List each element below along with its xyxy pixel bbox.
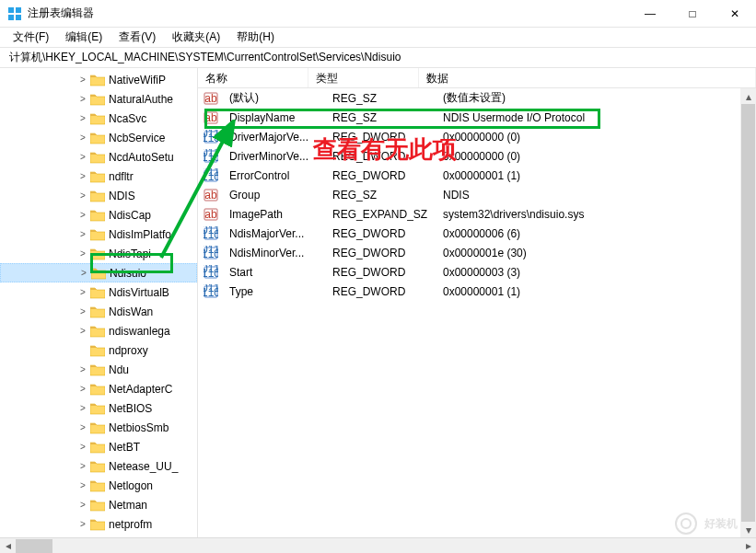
tree-item-label: NdisCap xyxy=(109,209,151,222)
tree-item[interactable]: >ndiswanlega xyxy=(0,321,197,340)
value-row[interactable]: 011110NdisMinorVer...REG_DWORD0x0000001e… xyxy=(198,243,756,262)
value-type: REG_DWORD xyxy=(325,150,436,163)
address-bar[interactable]: 计算机\HKEY_LOCAL_MACHINE\SYSTEM\CurrentCon… xyxy=(0,48,756,68)
svg-point-35 xyxy=(681,519,691,528)
svg-text:ab: ab xyxy=(204,92,217,105)
tree-item[interactable]: >NdisWan xyxy=(0,302,197,321)
expand-icon[interactable]: > xyxy=(77,190,88,201)
expand-icon[interactable]: > xyxy=(77,326,88,336)
value-name: Type xyxy=(222,285,325,298)
close-button[interactable]: ✕ xyxy=(714,0,756,28)
tree-item[interactable]: >NcdAutoSetu xyxy=(0,147,197,167)
value-row[interactable]: ab(默认)REG_SZ(数值未设置) xyxy=(198,88,756,108)
expand-icon[interactable]: > xyxy=(78,268,89,278)
menu-view[interactable]: 查看(V) xyxy=(111,28,163,47)
svg-text:110: 110 xyxy=(204,132,218,144)
menu-file[interactable]: 文件(F) xyxy=(6,28,56,47)
expand-icon[interactable]: > xyxy=(77,384,88,394)
col-header-type[interactable]: 类型 xyxy=(308,68,419,87)
tree-item[interactable]: >Netlogon xyxy=(0,476,197,495)
tree-item[interactable]: >NetbiosSmb xyxy=(0,418,197,437)
tree-item[interactable]: >NetBT xyxy=(0,437,197,456)
tree-item[interactable]: >Netman xyxy=(0,495,197,514)
menu-help[interactable]: 帮助(H) xyxy=(229,28,282,47)
maximize-button[interactable]: □ xyxy=(671,0,714,28)
tree-item[interactable]: >NativeWifiP xyxy=(0,70,197,89)
value-row[interactable]: abGroupREG_SZNDIS xyxy=(198,185,756,204)
expand-icon[interactable]: > xyxy=(77,480,88,490)
expand-icon[interactable]: > xyxy=(77,113,88,123)
svg-rect-2 xyxy=(8,15,14,20)
tree-item[interactable]: >NdisImPlatfo xyxy=(0,225,197,244)
menu-favorites[interactable]: 收藏夹(A) xyxy=(165,28,227,47)
value-row[interactable]: abDisplayNameREG_SZNDIS Usermode I/O Pro… xyxy=(198,108,756,127)
value-row[interactable]: 011110StartREG_DWORD0x00000003 (3) xyxy=(198,262,756,282)
tree-item[interactable]: ndproxy xyxy=(0,340,197,360)
string-value-icon: ab xyxy=(204,91,218,106)
tree-item[interactable]: >Ndu xyxy=(0,360,197,379)
expand-icon[interactable]: > xyxy=(77,75,88,85)
value-row[interactable]: 011110NdisMajorVer...REG_DWORD0x00000006… xyxy=(198,224,756,243)
value-data: 0x0000001e (30) xyxy=(436,247,756,259)
expand-icon[interactable]: > xyxy=(77,287,88,297)
expand-icon[interactable]: > xyxy=(77,306,88,317)
tree-item[interactable]: >NetAdapterC xyxy=(0,379,197,398)
value-row[interactable]: 011110TypeREG_DWORD0x00000001 (1) xyxy=(198,282,756,301)
expand-icon[interactable]: > xyxy=(77,519,88,529)
vertical-scrollbar[interactable]: ▴ ▾ xyxy=(740,88,756,537)
folder-icon xyxy=(90,441,105,454)
value-row[interactable]: 011110DriverMinorVe...REG_DWORD0x0000000… xyxy=(198,146,756,166)
expand-icon[interactable]: > xyxy=(77,442,88,452)
scroll-down-icon[interactable]: ▾ xyxy=(740,522,756,537)
value-row[interactable]: abImagePathREG_EXPAND_SZsystem32\drivers… xyxy=(198,204,756,224)
scroll-left-icon[interactable]: ◂ xyxy=(0,538,16,554)
value-row[interactable]: 011110ErrorControlREG_DWORD0x00000001 (1… xyxy=(198,166,756,185)
horizontal-scrollbar[interactable]: ◂ ▸ xyxy=(0,537,756,553)
tree-item-label: ndproxy xyxy=(109,344,148,357)
expand-icon[interactable]: > xyxy=(77,364,88,374)
tree-item[interactable]: >Ndisuio xyxy=(0,263,197,282)
expand-icon[interactable]: > xyxy=(77,152,88,162)
tree-item[interactable]: >NdisCap xyxy=(0,205,197,225)
col-header-data[interactable]: 数据 xyxy=(419,68,756,87)
expand-icon[interactable]: > xyxy=(77,229,88,239)
tree-item[interactable]: >NdisTapi xyxy=(0,244,197,263)
tree-item-label: netprofm xyxy=(109,518,152,531)
titlebar: 注册表编辑器 — □ ✕ xyxy=(0,0,756,28)
scroll-right-icon[interactable]: ▸ xyxy=(740,538,756,554)
folder-icon xyxy=(90,325,105,338)
expand-icon[interactable]: > xyxy=(77,461,88,471)
tree-item[interactable]: >NDIS xyxy=(0,186,197,205)
tree-item-label: NativeWifiP xyxy=(109,74,166,86)
expand-icon[interactable]: > xyxy=(77,500,88,510)
scroll-up-icon[interactable]: ▴ xyxy=(740,88,756,104)
folder-icon xyxy=(91,267,106,280)
expand-icon[interactable]: > xyxy=(77,248,88,259)
expand-icon[interactable]: > xyxy=(77,132,88,143)
splitter[interactable] xyxy=(193,68,197,537)
tree-item[interactable]: >NcbService xyxy=(0,128,197,147)
value-row[interactable]: 011110DriverMajorVe...REG_DWORD0x0000000… xyxy=(198,127,756,146)
tree-item[interactable]: >ndfltr xyxy=(0,167,197,186)
tree-item[interactable]: >netprofm xyxy=(0,514,197,534)
tree-item[interactable]: >NaturalAuthe xyxy=(0,89,197,109)
menu-edit[interactable]: 编辑(E) xyxy=(58,28,110,47)
tree-item[interactable]: >NcaSvc xyxy=(0,109,197,128)
svg-text:110: 110 xyxy=(204,286,218,299)
expand-icon[interactable]: > xyxy=(77,94,88,104)
expand-icon[interactable]: > xyxy=(77,403,88,413)
svg-text:110: 110 xyxy=(204,170,218,183)
tree-item-label: NetAdapterC xyxy=(109,383,172,396)
tree-item[interactable]: >NetBIOS xyxy=(0,398,197,418)
tree-item[interactable]: >NdisVirtualB xyxy=(0,282,197,302)
col-header-name[interactable]: 名称 xyxy=(198,68,308,87)
expand-icon[interactable]: > xyxy=(77,171,88,181)
tree-item[interactable]: >Netease_UU_ xyxy=(0,456,197,476)
tree-item-label: NcdAutoSetu xyxy=(109,151,174,164)
minimize-button[interactable]: — xyxy=(629,0,671,28)
expand-icon[interactable]: > xyxy=(77,210,88,220)
value-name: DisplayName xyxy=(222,111,325,124)
expand-icon[interactable]: > xyxy=(77,422,88,432)
folder-icon xyxy=(90,383,105,396)
string-value-icon: ab xyxy=(204,110,218,125)
